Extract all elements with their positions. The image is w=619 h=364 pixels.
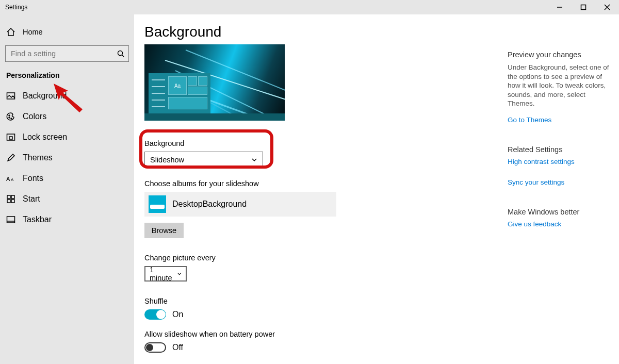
close-icon <box>604 4 610 10</box>
svg-text:A: A <box>6 176 10 182</box>
svg-rect-18 <box>7 217 15 223</box>
search-field[interactable] <box>10 49 117 58</box>
browse-button[interactable]: Browse <box>144 223 184 238</box>
better-heading: Make Windows better <box>508 208 611 216</box>
svg-rect-1 <box>581 5 586 10</box>
battery-toggle[interactable] <box>144 342 166 353</box>
font-icon: AA <box>6 174 15 183</box>
sidebar-item-colors[interactable]: Colors <box>3 106 131 127</box>
svg-point-9 <box>11 118 12 119</box>
background-dropdown[interactable]: Slideshow <box>144 152 263 168</box>
link-sync[interactable]: Sync your settings <box>508 178 564 186</box>
svg-point-4 <box>118 51 123 56</box>
preview-sample-text: Aa <box>168 76 187 95</box>
sidebar-label: Fonts <box>23 174 43 183</box>
sidebar-label: Taskbar <box>23 215 52 224</box>
sidebar-label: Lock screen <box>23 133 67 142</box>
window-title: Settings <box>5 4 27 11</box>
svg-text:A: A <box>11 177 14 182</box>
right-column: Preview your changes Under Background, s… <box>508 51 611 240</box>
svg-line-5 <box>122 55 124 57</box>
maximize-icon <box>580 4 587 10</box>
svg-rect-16 <box>7 200 10 203</box>
picture-icon <box>6 91 15 101</box>
page-title: Background <box>144 24 609 40</box>
battery-label: Allow slideshow when on battery power <box>144 330 609 338</box>
sidebar-item-background[interactable]: Background <box>3 86 131 106</box>
home-label: Home <box>23 28 43 36</box>
interval-label: Change picture every <box>144 254 609 262</box>
battery-state: Off <box>172 343 183 352</box>
lockscreen-icon <box>6 133 15 142</box>
minimize-button[interactable] <box>548 0 572 14</box>
sidebar-item-lockscreen[interactable]: Lock screen <box>3 127 131 147</box>
interval-dropdown[interactable]: 1 minute <box>144 266 187 282</box>
titlebar: Settings <box>0 0 619 14</box>
chevron-down-icon <box>177 271 182 276</box>
interval-value: 1 minute <box>150 266 177 282</box>
sidebar-item-taskbar[interactable]: Taskbar <box>3 209 131 230</box>
brush-icon <box>6 153 15 162</box>
preview-body: Under Background, select one of the opti… <box>508 63 611 108</box>
home-icon <box>6 27 15 37</box>
sidebar-item-themes[interactable]: Themes <box>3 147 131 168</box>
shuffle-state: On <box>172 310 183 319</box>
sidebar-label: Start <box>23 194 40 204</box>
sidebar-label: Background <box>23 91 67 101</box>
section-header: Personalization <box>3 69 131 86</box>
maximize-button[interactable] <box>572 0 595 14</box>
link-high-contrast[interactable]: High contrast settings <box>508 158 575 166</box>
background-dropdown-value: Slideshow <box>150 156 184 164</box>
sidebar: Home Personalization Background Colors L… <box>0 14 134 364</box>
shuffle-label: Shuffle <box>144 297 609 305</box>
start-icon <box>6 194 15 204</box>
main-content: Background Aa Background Slideshow <box>134 14 619 364</box>
sidebar-label: Colors <box>23 112 46 121</box>
album-name: DesktopBackground <box>172 200 247 209</box>
svg-rect-11 <box>9 137 12 139</box>
svg-rect-15 <box>11 195 14 198</box>
shuffle-toggle[interactable] <box>144 309 166 320</box>
taskbar-icon <box>6 215 15 224</box>
search-input[interactable] <box>5 45 129 62</box>
desktop-preview: Aa <box>144 44 285 121</box>
home-button[interactable]: Home <box>3 22 131 42</box>
palette-icon <box>6 112 15 121</box>
svg-rect-14 <box>7 195 10 198</box>
preview-heading: Preview your changes <box>508 51 611 59</box>
minimize-icon <box>557 4 563 10</box>
folder-icon <box>149 195 166 213</box>
svg-rect-17 <box>11 200 14 203</box>
search-icon <box>117 50 124 57</box>
close-button[interactable] <box>595 0 619 14</box>
sidebar-item-start[interactable]: Start <box>3 189 131 209</box>
sidebar-item-fonts[interactable]: AA Fonts <box>3 168 131 189</box>
related-heading: Related Settings <box>508 145 611 154</box>
svg-point-8 <box>9 117 10 118</box>
chevron-down-icon <box>251 157 257 163</box>
preview-window: Aa <box>149 73 210 113</box>
svg-point-7 <box>9 115 10 116</box>
album-item[interactable]: DesktopBackground <box>144 192 336 217</box>
link-feedback[interactable]: Give us feedback <box>508 220 561 228</box>
link-themes[interactable]: Go to Themes <box>508 116 551 124</box>
sidebar-label: Themes <box>23 153 53 162</box>
